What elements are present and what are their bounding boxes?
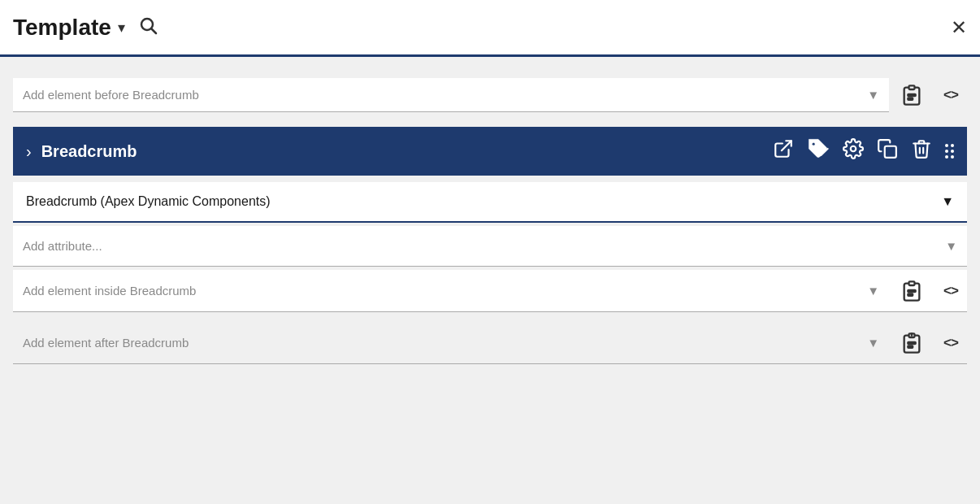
close-icon[interactable]: ✕ — [951, 16, 967, 39]
add-after-arrow: ▼ — [867, 336, 879, 350]
svg-rect-8 — [885, 146, 896, 158]
delete-icon[interactable] — [911, 138, 932, 164]
add-attribute-dropdown[interactable]: Add attribute... ▼ — [13, 226, 967, 267]
add-inside-arrow: ▼ — [867, 284, 879, 298]
breadcrumb-type-arrow: ▼ — [941, 194, 954, 209]
section-title: Breadcrumb — [41, 142, 137, 161]
gear-icon[interactable] — [843, 138, 864, 164]
svg-rect-11 — [908, 293, 913, 295]
section-actions — [773, 137, 954, 165]
svg-rect-2 — [909, 85, 915, 89]
code-before-button[interactable]: <> — [934, 79, 967, 111]
search-icon[interactable] — [138, 15, 158, 40]
svg-point-6 — [812, 142, 815, 146]
breadcrumb-type-dropdown[interactable]: Breadcrumb (Apex Dynamic Components) ▼ — [13, 182, 967, 223]
page-title: Template — [13, 15, 111, 41]
tags-icon[interactable] — [807, 137, 830, 165]
paste-before-button[interactable] — [895, 79, 928, 111]
code-after-button[interactable]: <> — [934, 327, 967, 359]
add-after-row: Add element after Breadcrumb ▼ <> — [13, 322, 967, 364]
paste-after-button[interactable] — [895, 327, 928, 359]
svg-point-7 — [851, 146, 856, 152]
chevron-down-icon[interactable]: ▾ — [118, 19, 125, 37]
svg-rect-4 — [908, 98, 913, 100]
header: Template ▾ ✕ — [0, 0, 980, 57]
svg-rect-9 — [909, 281, 915, 285]
svg-line-1 — [151, 28, 156, 33]
paste-inside-button[interactable] — [895, 275, 928, 307]
svg-rect-13 — [908, 341, 915, 343]
add-inside-row: Add element inside Breadcrumb ▼ <> — [13, 270, 967, 312]
breadcrumb-section-header: › Breadcrumb — [13, 127, 967, 176]
svg-rect-10 — [908, 289, 915, 291]
add-before-dropdown[interactable]: Add element before Breadcrumb ▼ — [13, 78, 889, 112]
expand-icon[interactable]: › — [26, 142, 32, 161]
open-external-icon[interactable] — [773, 138, 794, 164]
duplicate-icon[interactable] — [877, 138, 898, 164]
add-after-dropdown[interactable]: Add element after Breadcrumb ▼ — [13, 322, 889, 363]
svg-line-5 — [782, 141, 791, 150]
content-area: Add element before Breadcrumb ▼ <> › Bre… — [0, 57, 980, 504]
svg-rect-14 — [908, 345, 913, 347]
header-left: Template ▾ — [13, 15, 158, 41]
add-attribute-arrow: ▼ — [945, 239, 957, 253]
code-inside-button[interactable]: <> — [934, 275, 967, 307]
svg-rect-3 — [908, 94, 915, 96]
add-inside-dropdown[interactable]: Add element inside Breadcrumb ▼ — [13, 270, 889, 311]
add-before-row: Add element before Breadcrumb ▼ <> — [13, 70, 967, 120]
more-options-icon[interactable] — [945, 144, 954, 159]
add-before-arrow: ▼ — [867, 88, 879, 102]
